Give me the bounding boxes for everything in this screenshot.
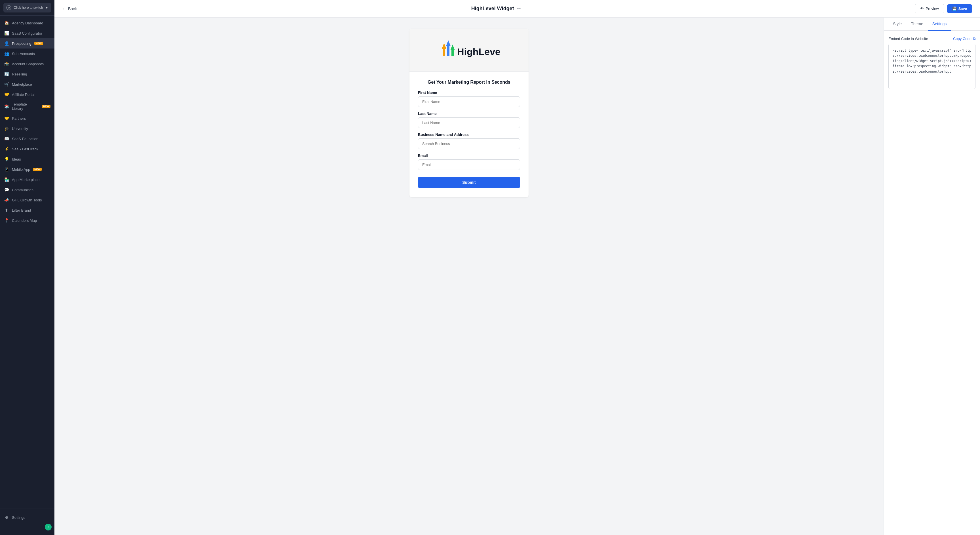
sidebar-item-saas-configurator[interactable]: 📊 SaaS Configurator [0,28,54,38]
switch-account-button[interactable]: ⊙ Click here to switch ▼ [3,3,51,13]
sidebar-item-app-marketplace[interactable]: 🏪 App Marketplace [0,174,54,185]
tab-style[interactable]: Style [888,18,906,31]
settings-icon: ⚙ [4,515,9,520]
main-content: ← Back HighLevel Widget ✏ 👁 Preview 💾 Sa… [54,0,980,535]
svg-text:HighLevel: HighLevel [457,46,500,57]
save-button[interactable]: 💾 Save [947,4,972,13]
email-input[interactable] [418,159,520,170]
save-icon: 💾 [952,6,957,11]
collapse-sidebar-button[interactable]: ‹ [45,524,52,530]
panel-content: Embed Code in Website Copy Code ⧉ [884,31,980,535]
sidebar-item-label: Affiliate Portal [12,92,35,97]
business-name-input[interactable] [418,139,520,149]
affiliate-portal-icon: 🤝 [4,92,9,97]
chevron-down-icon: ▼ [45,6,48,10]
widget-submit-button[interactable]: Submit [418,177,520,188]
sidebar-item-label: SaaS FastTrack [12,147,38,151]
mobile-app-icon: 📱 [4,167,9,172]
save-label: Save [958,6,967,11]
sidebar-item-template-library[interactable]: 📚 Template Library NEW [0,100,54,113]
right-panel: StyleThemeSettings Embed Code in Website… [884,18,980,535]
preview-label: Preview [926,6,939,11]
page-title-text: HighLevel Widget [471,6,514,12]
business-name-group: Business Name and Address [418,132,520,149]
business-name-label: Business Name and Address [418,132,520,137]
sidebar-item-agency-dashboard[interactable]: 🏠 Agency Dashboard [0,18,54,28]
back-arrow-icon: ← [62,6,66,11]
embed-header: Embed Code in Website Copy Code ⧉ [888,36,975,41]
switch-label: Click here to switch [14,6,43,10]
sidebar-item-label: Calenders Map [12,218,37,223]
sidebar-item-ideas[interactable]: 💡 Ideas [0,154,54,164]
sidebar-item-marketplace[interactable]: 🛒 Marketplace [0,79,54,89]
last-name-label: Last Name [418,111,520,116]
sidebar-item-saas-fasttrack[interactable]: ⚡ SaaS FastTrack [0,144,54,154]
template-library-icon: 📚 [4,104,9,109]
reselling-icon: 🔄 [4,72,9,76]
svg-marker-2 [450,45,455,56]
sidebar-settings-label: Settings [12,516,25,520]
communities-icon: 💬 [4,187,9,192]
sidebar-top: ⊙ Click here to switch ▼ [0,0,54,16]
email-group: Email [418,153,520,170]
sidebar-item-label: Partners [12,116,26,121]
sidebar-item-settings[interactable]: ⚙ Settings [0,512,54,522]
first-name-group: First Name [418,91,520,107]
university-icon: 🎓 [4,126,9,131]
sidebar-item-mobile-app[interactable]: 📱 Mobile App NEW [0,164,54,174]
sidebar-item-university[interactable]: 🎓 University [0,123,54,134]
ideas-icon: 💡 [4,157,9,162]
sidebar-item-label: Sub-Accounts [12,52,35,56]
sidebar-item-label: Communities [12,188,33,192]
sidebar-item-reselling[interactable]: 🔄 Reselling [0,69,54,79]
sidebar-item-affiliate-portal[interactable]: 🤝 Affiliate Portal [0,89,54,100]
sidebar-item-label: SaaS Configurator [12,31,42,35]
switch-icon: ⊙ [6,5,11,10]
widget-form-title: Get Your Marketing Report In Seconds [418,80,520,85]
page-title: HighLevel Widget ✏ [81,6,910,12]
saas-fasttrack-icon: ⚡ [4,146,9,151]
sidebar-item-label: GHL Growth Tools [12,198,42,202]
sidebar-item-sub-accounts[interactable]: 👥 Sub-Accounts [0,48,54,59]
widget-form-area: Get Your Marketing Report In Seconds Fir… [409,72,528,197]
sidebar-item-label: Agency Dashboard [12,21,43,25]
sidebar-item-lifter-brand[interactable]: ⬆ Lifter Brand [0,205,54,215]
badge-new: NEW [33,168,42,171]
sidebar-item-label: Lifter Brand [12,208,31,212]
topbar: ← Back HighLevel Widget ✏ 👁 Preview 💾 Sa… [54,0,980,18]
sidebar-item-account-snapshots[interactable]: 📸 Account Snapshots [0,59,54,69]
saas-configurator-icon: 📊 [4,31,9,36]
marketplace-icon: 🛒 [4,82,9,87]
edit-title-button[interactable]: ✏ [517,6,520,11]
sidebar-item-saas-education[interactable]: 📖 SaaS Education [0,134,54,144]
sidebar-item-label: University [12,126,28,131]
sidebar-nav: 🏠 Agency Dashboard 📊 SaaS Configurator 👤… [0,16,54,509]
sidebar-item-partners[interactable]: 🤝 Partners [0,113,54,123]
copy-code-button[interactable]: Copy Code ⧉ [953,36,975,41]
tab-settings[interactable]: Settings [928,18,951,31]
sidebar-item-calenders-map[interactable]: 📍 Calenders Map [0,215,54,226]
sidebar-item-prospecting[interactable]: 👤 Prospecting NEW [0,38,54,48]
widget-logo-area: HighLevel [409,29,528,72]
svg-marker-0 [442,43,446,56]
calenders-map-icon: 📍 [4,218,9,223]
embed-label: Embed Code in Website [888,37,928,41]
embed-code-textarea[interactable] [888,44,975,89]
saas-education-icon: 📖 [4,136,9,141]
last-name-input[interactable] [418,118,520,128]
partners-icon: 🤝 [4,116,9,121]
first-name-input[interactable] [418,96,520,107]
sub-accounts-icon: 👥 [4,51,9,56]
back-label: Back [68,6,77,11]
sidebar-item-communities[interactable]: 💬 Communities [0,185,54,195]
tab-theme[interactable]: Theme [906,18,928,31]
svg-marker-1 [446,40,450,56]
sidebar-item-ghl-growth-tools[interactable]: 📣 GHL Growth Tools [0,195,54,205]
first-name-label: First Name [418,91,520,95]
sidebar: ⊙ Click here to switch ▼ 🏠 Agency Dashbo… [0,0,54,535]
eye-icon: 👁 [920,6,924,11]
sidebar-item-label: Reselling [12,72,27,76]
sidebar-item-label: Marketplace [12,82,32,86]
back-button[interactable]: ← Back [62,6,77,11]
preview-button[interactable]: 👁 Preview [915,4,944,13]
